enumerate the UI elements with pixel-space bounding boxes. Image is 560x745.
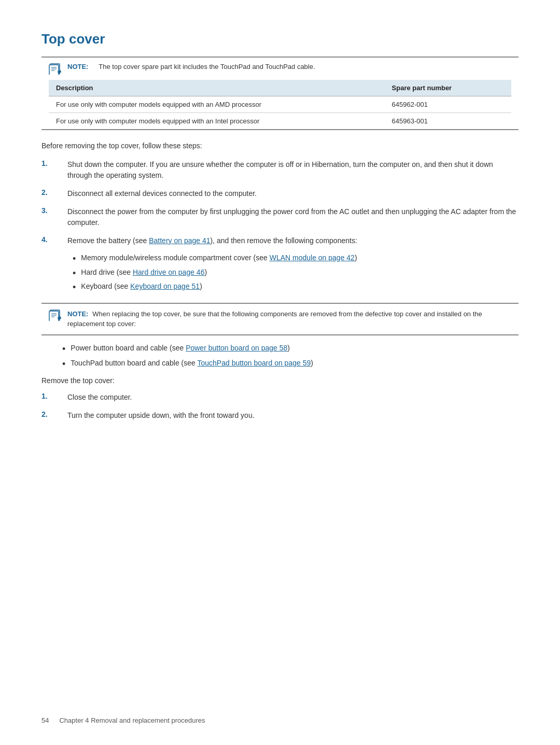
step-number: 2. (41, 188, 67, 196)
remove-step-item: 2.Turn the computer upside down, with th… (41, 410, 519, 421)
footer: 54 Chapter 4 Removal and replacement pro… (41, 716, 519, 724)
remove-top-text: Remove the top cover: (41, 376, 519, 385)
step4-bullet-list: •Memory module/wireless module compartme… (73, 254, 519, 293)
step-text: Disconnect the power from the computer b… (67, 206, 519, 228)
table-col1-header: Description (49, 80, 385, 96)
page-title: Top cover (41, 31, 519, 47)
bullet-item: •Hard drive (see Hard drive on page 46) (73, 268, 519, 279)
step-text: Close the computer. (67, 392, 132, 403)
table-cell-description: For use only with computer models equipp… (49, 113, 385, 130)
table-col2-header: Spare part number (385, 80, 511, 96)
step-number: 1. (41, 159, 67, 167)
footer-page-number: 54 (41, 716, 49, 724)
table-cell-part-number: 645962-001 (385, 96, 511, 113)
remove-steps-list: 1.Close the computer.2.Turn the computer… (41, 392, 519, 421)
bullet-text: Hard drive (see Hard drive on page 46) (81, 268, 207, 276)
footer-chapter-text: Chapter 4 Removal and replacement proced… (59, 716, 205, 724)
note-icon-1 (49, 63, 63, 75)
bullet-item: •Keyboard (see Keyboard on page 51) (73, 282, 519, 293)
remove-step-item: 1.Close the computer. (41, 392, 519, 403)
note-label-1: NOTE: (67, 63, 88, 71)
step-number: 2. (41, 410, 67, 418)
bullet-link[interactable]: WLAN module on page 42 (270, 254, 355, 262)
step-text: Shut down the computer. If you are unsur… (67, 159, 519, 181)
note-icon-2 (49, 310, 63, 321)
bullet-text: Memory module/wireless module compartmen… (81, 254, 357, 262)
note2-bullet-link[interactable]: TouchPad button board on page 59 (197, 359, 311, 367)
step-item: 2.Disconnect all external devices connec… (41, 188, 519, 199)
bullet-text: Keyboard (see Keyboard on page 51) (81, 282, 202, 290)
bullet-text: TouchPad button board and cable (see Tou… (71, 359, 313, 367)
table-cell-part-number: 645963-001 (385, 113, 511, 130)
step-item: 1.Shut down the computer. If you are uns… (41, 159, 519, 181)
bullet-item: •Memory module/wireless module compartme… (73, 254, 519, 265)
note2-bullet-item: •TouchPad button board and cable (see To… (62, 359, 519, 370)
note2-bullet-list: •Power button board and cable (see Power… (62, 344, 519, 370)
bullet-dot: • (73, 254, 76, 265)
note2-bullet-link[interactable]: Power button board on page 58 (186, 344, 287, 352)
step-item: 3.Disconnect the power from the computer… (41, 206, 519, 228)
note-box-1: NOTE: The top cover spare part kit inclu… (41, 58, 519, 80)
note2-bullet-item: •Power button board and cable (see Power… (62, 344, 519, 355)
step-number: 3. (41, 206, 67, 215)
intro-text: Before removing the top cover, follow th… (41, 142, 519, 150)
table-row: For use only with computer models equipp… (49, 96, 511, 113)
bullet-dot: • (73, 282, 76, 293)
bullet-text: Power button board and cable (see Power … (71, 344, 290, 352)
step-text: Turn the computer upside down, with the … (67, 410, 255, 421)
note-label-2: NOTE: (67, 310, 88, 318)
bullet-dot: • (62, 359, 65, 370)
step-number: 1. (41, 392, 67, 400)
step-text: Disconnect all external devices connecte… (67, 188, 257, 199)
note-box-2: NOTE: When replacing the top cover, be s… (41, 304, 519, 334)
step-item: 4.Remove the battery (see Battery on pag… (41, 235, 519, 246)
bullet-dot: • (62, 344, 65, 355)
table-row: For use only with computer models equipp… (49, 113, 511, 130)
steps-list: 1.Shut down the computer. If you are uns… (41, 159, 519, 293)
step-text: Remove the battery (see Battery on page … (67, 235, 357, 246)
svg-rect-6 (49, 311, 59, 321)
table-cell-description: For use only with computer models equipp… (49, 96, 385, 113)
note-text-1: The top cover spare part kit includes th… (99, 63, 315, 71)
step-number: 4. (41, 235, 67, 244)
bullet-dot: • (73, 268, 76, 279)
battery-link[interactable]: Battery on page 41 (149, 236, 210, 245)
spare-parts-table: Description Spare part number For use on… (49, 80, 511, 129)
svg-rect-1 (49, 65, 59, 75)
note-text-2: When replacing the top cover, be sure th… (67, 310, 482, 328)
bullet-link[interactable]: Hard drive on page 46 (133, 268, 205, 276)
bullet-link[interactable]: Keyboard on page 51 (130, 282, 200, 290)
